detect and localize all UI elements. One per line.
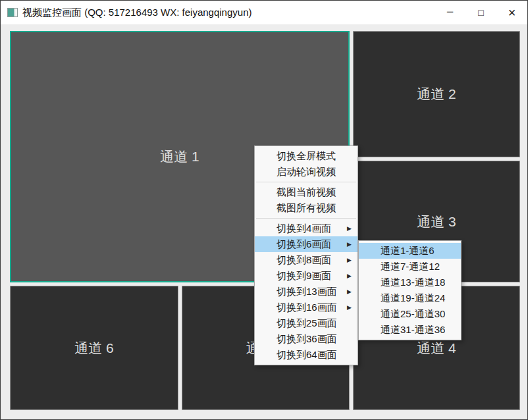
menu-item-label: 启动轮询视频 xyxy=(277,166,336,177)
submenu-arrow-icon: ▶ xyxy=(347,284,352,300)
menu-item-label: 通道1-通道6 xyxy=(381,245,435,256)
menu-item-label: 切换到36画面 xyxy=(277,333,337,344)
menu-item-label: 通道25-通道30 xyxy=(381,308,445,319)
channel-label: 通道 4 xyxy=(417,339,456,357)
menu-item-label: 通道31-通道36 xyxy=(381,324,445,335)
menu-item-label: 截图当前视频 xyxy=(277,186,336,197)
channel-label: 通道 3 xyxy=(417,213,456,231)
menu-item-label: 切换到16画面 xyxy=(277,302,337,313)
app-window: 视频监控画面 (QQ: 517216493 WX: feiyangqingyun… xyxy=(0,0,528,420)
submenu-item-ch19-24[interactable]: 通道19-通道24 xyxy=(359,290,461,306)
menu-item-label: 截图所有视频 xyxy=(277,202,336,213)
menu-item-label: 切换到9画面 xyxy=(277,270,331,281)
submenu-item-ch31-36[interactable]: 通道31-通道36 xyxy=(359,322,461,338)
submenu-item-ch7-12[interactable]: 通道7-通道12 xyxy=(359,259,461,275)
submenu-arrow-icon: ▶ xyxy=(347,252,352,268)
video-panel-channel-6[interactable]: 通道 6 xyxy=(10,286,178,410)
minimize-icon: ─ xyxy=(447,7,453,16)
menu-item-label: 切换到25画面 xyxy=(277,317,337,328)
channel-label: 通道 6 xyxy=(74,339,114,357)
title-bar: 视频监控画面 (QQ: 517216493 WX: feiyangqingyun… xyxy=(1,1,527,24)
submenu-arrow-icon: ▶ xyxy=(347,221,352,236)
menu-item-switch-4[interactable]: 切换到4画面 ▶ xyxy=(255,221,357,236)
menu-item-switch-13[interactable]: 切换到13画面 ▶ xyxy=(255,284,357,300)
channel-label: 通道 1 xyxy=(160,147,199,166)
submenu-item-ch25-30[interactable]: 通道25-通道30 xyxy=(359,306,461,322)
close-button[interactable]: × xyxy=(496,1,527,24)
submenu-channel-groups: 通道1-通道6 通道7-通道12 通道13-通道18 通道19-通道24 通道2… xyxy=(358,240,462,340)
menu-item-switch-6[interactable]: 切换到6画面 ▶ xyxy=(255,236,357,252)
maximize-icon: □ xyxy=(478,7,483,18)
context-menu: 切换全屏模式 启动轮询视频 截图当前视频 截图所有视频 切换到4画面 ▶ 切换到… xyxy=(254,145,358,365)
menu-item-snapshot-current[interactable]: 截图当前视频 xyxy=(255,184,357,200)
menu-item-start-polling[interactable]: 启动轮询视频 xyxy=(255,164,357,180)
menu-item-snapshot-all[interactable]: 截图所有视频 xyxy=(255,200,357,216)
menu-item-label: 通道13-通道18 xyxy=(381,276,445,288)
submenu-item-ch1-6[interactable]: 通道1-通道6 xyxy=(359,243,461,259)
menu-item-label: 通道7-通道12 xyxy=(381,261,440,272)
menu-item-switch-64[interactable]: 切换到64画面 xyxy=(255,347,357,363)
app-icon xyxy=(7,8,18,17)
caption-buttons: ─ □ × xyxy=(435,1,527,24)
menu-separator xyxy=(256,218,356,219)
menu-item-fullscreen-toggle[interactable]: 切换全屏模式 xyxy=(255,148,357,164)
video-panel-channel-2[interactable]: 通道 2 xyxy=(353,31,520,157)
menu-item-label: 切换到8画面 xyxy=(277,254,331,265)
menu-item-switch-16[interactable]: 切换到16画面 ▶ xyxy=(255,300,357,315)
window-title: 视频监控画面 (QQ: 517216493 WX: feiyangqingyun… xyxy=(22,7,252,19)
menu-item-switch-9[interactable]: 切换到9画面 ▶ xyxy=(255,268,357,284)
close-icon: × xyxy=(508,5,516,20)
menu-item-label: 通道19-通道24 xyxy=(381,292,445,303)
submenu-arrow-icon: ▶ xyxy=(347,300,352,315)
channel-label: 通道 2 xyxy=(417,85,456,103)
menu-item-switch-8[interactable]: 切换到8画面 ▶ xyxy=(255,252,357,268)
menu-item-switch-36[interactable]: 切换到36画面 xyxy=(255,331,357,347)
menu-separator xyxy=(256,182,356,182)
submenu-arrow-icon: ▶ xyxy=(347,268,352,284)
submenu-arrow-icon: ▶ xyxy=(347,236,352,252)
menu-item-label: 切换到64画面 xyxy=(277,349,337,360)
submenu-item-ch13-18[interactable]: 通道13-通道18 xyxy=(359,275,461,290)
menu-item-label: 切换到13画面 xyxy=(277,286,337,297)
menu-item-label: 切换到6画面 xyxy=(277,238,331,249)
maximize-button[interactable]: □ xyxy=(465,1,496,24)
menu-item-label: 切换全屏模式 xyxy=(277,150,336,161)
menu-item-label: 切换到4画面 xyxy=(277,223,331,234)
menu-item-switch-25[interactable]: 切换到25画面 xyxy=(255,315,357,331)
minimize-button[interactable]: ─ xyxy=(435,1,465,24)
